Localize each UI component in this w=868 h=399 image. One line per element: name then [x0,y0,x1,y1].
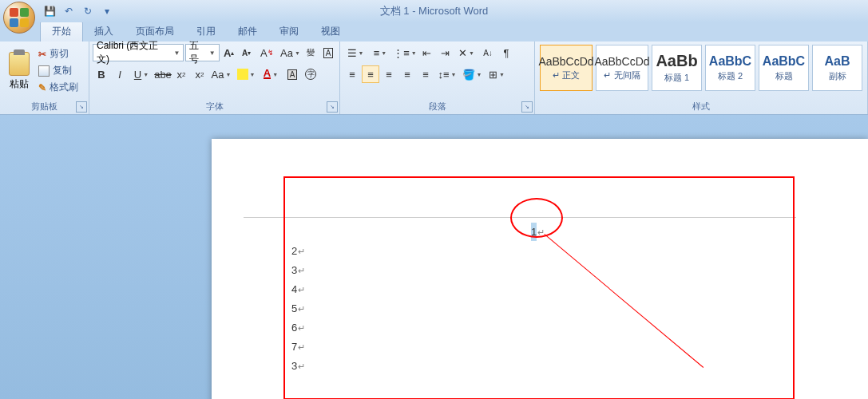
group-paragraph: ☰▼ ≡▼ ⋮≡▼ ⇤ ⇥ ✕▼ A↓ ¶ ≡ ≡ ≡ ≡ ≡ ↕≡▼ 🪣▼ ⊞… [340,41,535,114]
style-name: ↵ 正文 [553,69,580,81]
decrease-indent-button[interactable]: ⇤ [418,44,435,61]
tab-mailings[interactable]: 邮件 [227,22,268,41]
font-launcher[interactable]: ↘ [327,101,338,113]
paste-icon [9,52,30,76]
quick-access-toolbar: 💾 ↶ ↻ ▾ [42,3,115,19]
numbering-button[interactable]: ≡▼ [368,44,392,61]
title-bar: 💾 ↶ ↻ ▾ 文档 1 - Microsoft Word [0,0,868,22]
style-item[interactable]: AaBbCcDd↵ 无间隔 [596,45,648,91]
style-name: 标题 2 [718,70,743,82]
align-left-button[interactable]: ≡ [343,65,361,83]
clear-formatting-button[interactable]: A↯ [256,44,278,61]
style-preview: AaBb [656,52,697,70]
phonetic-guide-button[interactable]: 變 [303,44,319,61]
document-area[interactable]: 1↵2↵3↵4↵5↵6↵7↵3↵ [0,115,868,399]
text-line[interactable]: 1↵ [291,223,545,242]
scissors-icon: ✂ [38,49,46,60]
subscript-button[interactable]: x2 [172,65,190,83]
show-hide-button[interactable]: ¶ [497,44,515,61]
text-line[interactable]: 3↵ [291,261,545,280]
document-content[interactable]: 1↵2↵3↵4↵5↵6↵7↵3↵ [291,223,545,376]
style-item[interactable]: AaB副标 [812,45,862,91]
clipboard-launcher[interactable]: ↘ [76,101,87,113]
distribute-button[interactable]: ≡ [417,65,434,83]
change-case-button[interactable]: Aa▼ [279,44,301,61]
chevron-down-icon: ▼ [209,49,216,57]
styles-gallery[interactable]: AaBbCcDd↵ 正文AaBbCcDd↵ 无间隔AaBb标题 1AaBbC标题… [538,43,864,96]
page[interactable]: 1↵2↵3↵4↵5↵6↵7↵3↵ [212,139,868,399]
grow-font-button[interactable]: A▴ [221,44,237,61]
bullets-button[interactable]: ☰▼ [343,44,367,61]
style-name: 标题 [775,70,793,82]
enclose-character-button[interactable]: 字 [302,65,319,83]
style-name: 标题 1 [664,72,689,84]
tab-view[interactable]: 视图 [310,22,351,41]
borders-button[interactable]: ⊞▼ [485,65,509,83]
text-line[interactable]: 6↵ [291,318,545,338]
paragraph-launcher[interactable]: ↘ [521,101,533,113]
paste-button[interactable]: 粘贴 [3,43,35,99]
office-logo-icon [10,8,29,27]
tab-review[interactable]: 审阅 [268,22,310,41]
save-icon[interactable]: 💾 [42,3,57,19]
sort-button[interactable]: A↓ [479,44,497,61]
line-spacing-button[interactable]: ↕≡▼ [435,65,459,83]
asian-layout-button[interactable]: ✕▼ [454,44,478,61]
group-clipboard-label: 剪贴板 [31,101,57,113]
text-line[interactable]: 2↵ [291,242,545,261]
character-shading-button[interactable]: A [283,65,301,83]
style-item[interactable]: AaBbCcDd↵ 正文 [540,45,593,91]
style-preview: AaBbC [763,54,805,69]
group-font: Calibri (西文正文)▼ 五号▼ A▴ A▾ A↯ Aa▼ 變 A B I… [89,41,340,114]
tab-home[interactable]: 开始 [40,21,83,41]
brush-icon: ✎ [38,82,46,93]
align-right-button[interactable]: ≡ [380,65,398,83]
copy-button[interactable]: 复制 [35,63,81,78]
shading-button[interactable]: 🪣▼ [460,65,484,83]
cut-button[interactable]: ✂剪切 [35,46,81,61]
shrink-font-button[interactable]: A▾ [239,44,255,61]
group-styles: AaBbCcDd↵ 正文AaBbCcDd↵ 无间隔AaBb标题 1AaBbC标题… [535,41,868,114]
font-size-combo[interactable]: 五号▼ [185,44,219,61]
undo-icon[interactable]: ↶ [61,3,77,19]
bold-button[interactable]: B [93,65,110,83]
font-color-button[interactable]: A▼ [259,65,283,83]
justify-button[interactable]: ≡ [398,65,416,83]
format-painter-button[interactable]: ✎格式刷 [35,80,81,95]
style-item[interactable]: AaBbC标题 [759,45,809,91]
align-center-button[interactable]: ≡ [362,65,379,83]
style-item[interactable]: AaBbC标题 2 [705,45,755,91]
superscript-button[interactable]: x2 [191,65,208,83]
window-title: 文档 1 - Microsoft Word [380,4,489,18]
text-effects-button[interactable]: Aa▼ [209,65,233,83]
style-item[interactable]: AaBb标题 1 [652,45,702,91]
group-paragraph-label: 段落 [429,101,446,113]
style-preview: AaBbCcDd [538,55,593,68]
increase-indent-button[interactable]: ⇥ [436,44,454,61]
text-line[interactable]: 5↵ [291,299,545,318]
character-border-button[interactable]: A [320,44,336,61]
strikethrough-button[interactable]: abe [154,65,172,83]
redo-icon[interactable]: ↻ [80,3,96,19]
qat-customize-icon[interactable]: ▾ [99,3,115,19]
group-font-label: 字体 [206,101,224,113]
style-preview: AaBbCcDd [594,55,649,68]
highlight-button[interactable]: ▼ [234,65,258,83]
highlight-icon [237,69,248,80]
font-name-combo[interactable]: Calibri (西文正文)▼ [93,44,184,61]
text-line[interactable]: 7↵ [291,338,545,357]
underline-button[interactable]: U▼ [129,65,153,83]
paste-label: 粘贴 [10,77,29,91]
group-clipboard: 粘贴 ✂剪切 复制 ✎格式刷 剪贴板 ↘ [0,41,89,114]
italic-button[interactable]: I [111,65,129,83]
text-line[interactable]: 4↵ [291,280,545,299]
style-preview: AaBbC [709,54,751,69]
chevron-down-icon: ▼ [173,49,180,57]
multilevel-list-button[interactable]: ⋮≡▼ [393,44,417,61]
ribbon: 粘贴 ✂剪切 复制 ✎格式刷 剪贴板 ↘ Calibri (西文正文)▼ 五号▼… [0,41,868,115]
style-name: 副标 [829,70,846,82]
font-color-icon: A [264,69,271,79]
style-name: ↵ 无间隔 [604,69,640,81]
office-button[interactable] [3,2,35,34]
text-line[interactable]: 3↵ [291,357,545,376]
